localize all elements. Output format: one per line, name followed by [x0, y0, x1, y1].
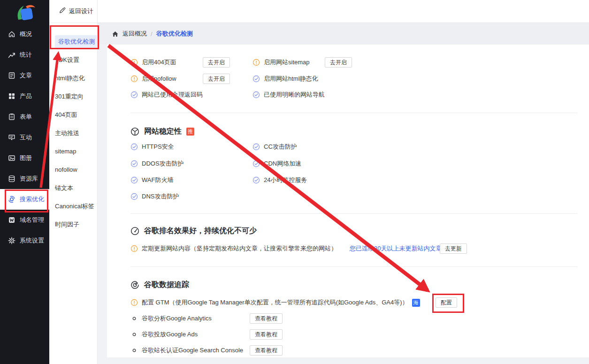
check-icon — [252, 91, 260, 99]
warning-icon — [130, 59, 138, 66]
audit-label: 启用404页面 — [142, 58, 203, 67]
tracking-title-text: 谷歌数据追踪 — [144, 280, 189, 290]
tracking-label: 谷歌投放Google Ads — [142, 330, 250, 339]
breadcrumb-separator: / — [151, 30, 153, 38]
sidebar-item-articles[interactable]: 文章 — [0, 65, 49, 86]
warning-icon — [130, 299, 138, 306]
app-logo[interactable] — [12, 3, 37, 23]
stability-label: DNS攻击防护 — [142, 192, 179, 201]
check-icon — [130, 176, 138, 184]
submenu-item-html-static[interactable]: html静态化 — [49, 69, 97, 87]
products-grid-icon — [8, 92, 15, 100]
section-divider — [130, 113, 578, 113]
primary-sidebar: 概况 统计 文章 产品 表单 互动 — [0, 0, 49, 364]
stability-item: CC攻击防护 — [252, 141, 297, 152]
update-reminder-link[interactable]: 您已连续30天以上未更新站内文章了 — [350, 244, 448, 253]
bullet-circle-icon — [130, 331, 138, 338]
sidebar-item-overview[interactable]: 概况 — [0, 24, 49, 45]
sidebar-item-interaction[interactable]: 互动 — [0, 127, 49, 148]
back-to-design-button[interactable]: 返回设计 — [49, 0, 97, 23]
sidebar-item-stats[interactable]: 统计 — [0, 45, 49, 65]
check-icon — [252, 176, 260, 184]
sidebar-item-resources[interactable]: 资源库 — [0, 168, 49, 189]
stability-item: CDN网络加速 — [252, 158, 301, 169]
tracking-label: 谷歌站长认证Google Search Console — [142, 346, 250, 355]
database-icon — [8, 175, 15, 182]
check-icon — [130, 160, 138, 167]
enable-sitemap-button[interactable]: 去开启 — [325, 57, 352, 68]
breadcrumb-home-icon[interactable] — [112, 30, 119, 38]
check-icon — [252, 75, 260, 83]
ranking-title-text: 谷歌排名效果好，持续优化不可少 — [144, 226, 257, 236]
seo-icon — [8, 196, 15, 203]
submenu-item-404[interactable]: 404页面 — [49, 106, 97, 124]
gear-icon — [8, 237, 15, 244]
configure-gtm-button[interactable]: 配置 — [436, 297, 457, 308]
submenu-item-nofollow[interactable]: nofollow — [49, 160, 97, 179]
ranking-section-title: 谷歌排名效果好，持续优化不可少 — [130, 225, 257, 237]
audit-row-sitemap: 启用网站sitemap 去开启 — [252, 57, 352, 68]
sidebar-item-label: 资源库 — [20, 174, 38, 183]
view-tutorial-ads-button[interactable]: 查看教程 — [250, 329, 283, 340]
gauge-icon — [130, 227, 139, 235]
enable-404-button[interactable]: 去开启 — [203, 57, 230, 68]
article-icon — [8, 72, 15, 79]
audit-row-html-static: 启用网站html静态化 — [252, 73, 318, 84]
sidebar-item-label: 概况 — [20, 30, 32, 38]
content-card: 启用404页面 去开启 启用网站sitemap 去开启 启用nofollow 去… — [107, 45, 589, 357]
stability-section-title: 网站稳定性 推 — [130, 125, 194, 137]
sidebar-item-label: 搜索优化 — [20, 195, 44, 204]
sidebar-item-label: 表单 — [20, 113, 32, 121]
check-icon — [130, 91, 138, 99]
check-icon — [252, 160, 260, 167]
sidebar-item-label: 文章 — [20, 71, 32, 80]
audit-label: 网站已使用合理返回码 — [142, 91, 203, 99]
sidebar-item-label: 产品 — [20, 92, 32, 100]
view-tutorial-search-console-button[interactable]: 查看教程 — [250, 345, 283, 356]
stability-label: CC攻击防护 — [264, 143, 297, 151]
gtm-row: 配置 GTM（使用Google Tag Manager单次配置，统一管理所有追踪… — [130, 297, 578, 308]
sidebar-item-settings[interactable]: 系统设置 — [0, 230, 49, 251]
main-top-strip — [98, 0, 589, 23]
secondary-sidebar: 返回设计 谷歌优化检测 TDK设置 html静态化 301重定向 404页面 主… — [49, 0, 98, 364]
view-tutorial-analytics-button[interactable]: 查看教程 — [250, 313, 283, 324]
submenu-item-sitemap[interactable]: sitemap — [49, 142, 97, 160]
tracking-row-ads: 谷歌投放Google Ads 查看教程 — [130, 329, 283, 340]
sidebar-item-label: 互动 — [20, 133, 32, 142]
stats-icon — [8, 51, 15, 59]
stability-label: CDN网络加速 — [264, 159, 301, 168]
submenu-item-canonical[interactable]: Canonical标签 — [49, 197, 97, 215]
stability-label: WAF防火墙 — [142, 176, 173, 184]
submenu-item-google-check[interactable]: 谷歌优化检测 — [49, 32, 97, 51]
audit-row-return-code: 网站已使用合理返回码 — [130, 89, 203, 100]
enable-nofollow-button[interactable]: 去开启 — [203, 74, 230, 84]
submenu-item-301[interactable]: 301重定向 — [49, 87, 97, 106]
breadcrumb-current: 谷歌优化检测 — [156, 30, 193, 38]
audit-row-navigation: 已使用明晰的网站导航 — [252, 89, 325, 100]
stability-label: 24小时监控服务 — [264, 176, 307, 184]
check-icon — [252, 143, 260, 151]
sidebar-item-products[interactable]: 产品 — [0, 86, 49, 106]
sidebar-item-domains[interactable]: 域名管理 — [0, 210, 49, 230]
breadcrumb-back[interactable]: 返回概况 — [122, 30, 147, 38]
target-icon — [130, 281, 139, 289]
stability-item: HTTPS安全 — [130, 141, 174, 152]
audit-row-nofollow: 启用nofollow 去开启 — [130, 73, 230, 84]
ranking-row: 定期更新网站内容（坚持定期发布站内文章，让搜索引擎常来您的网站） 您已连续30天… — [130, 243, 578, 254]
sidebar-item-seo[interactable]: 搜索优化 — [0, 189, 49, 210]
gtm-label: 配置 GTM（使用Google Tag Manager单次配置，统一管理所有追踪… — [142, 298, 408, 307]
sidebar-item-gallery[interactable]: 图册 — [0, 148, 49, 168]
sidebar-item-forms[interactable]: 表单 — [0, 106, 49, 127]
submenu-item-tdk[interactable]: TDK设置 — [49, 51, 97, 69]
stability-item: WAF防火墙 — [130, 174, 173, 186]
recommend-badge: 推 — [186, 128, 194, 136]
stability-title-text: 网站稳定性 — [144, 127, 182, 136]
back-to-design-label: 返回设计 — [69, 7, 93, 15]
submenu-item-time-factor[interactable]: 时间因子 — [49, 215, 97, 234]
submenu-item-push[interactable]: 主动推送 — [49, 124, 97, 142]
submenu-item-anchor[interactable]: 锚文本 — [49, 179, 97, 197]
logo-icon — [12, 3, 37, 23]
pen-icon — [59, 7, 66, 15]
go-update-button[interactable]: 去更新 — [440, 243, 467, 254]
breadcrumb: 返回概况 / 谷歌优化检测 — [98, 23, 589, 45]
